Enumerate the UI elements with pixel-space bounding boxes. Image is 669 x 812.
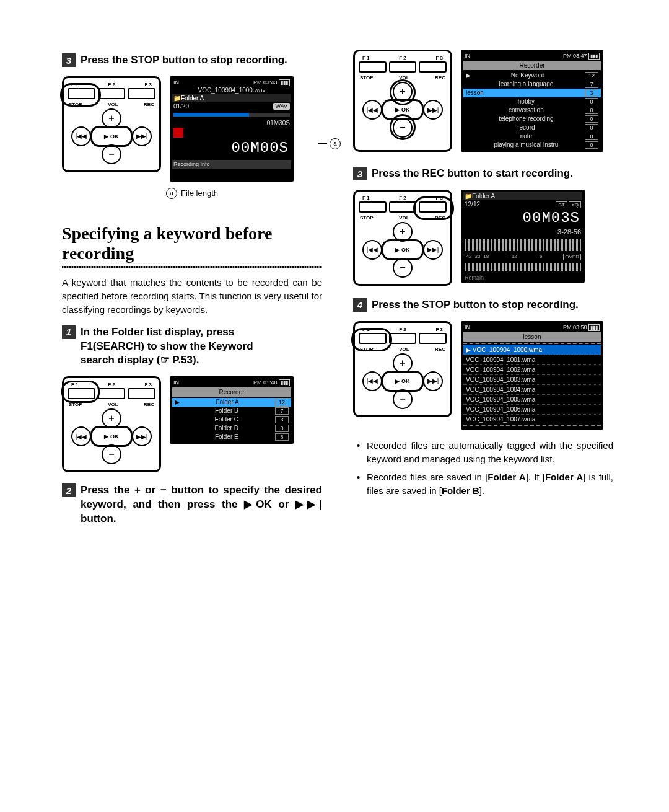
lcd-screen-folders: IN PM 01:48 ▮▮▮ Recorder ▶ Folder A12 Fo…	[170, 376, 294, 444]
device-diagram-dpad: F 1 F 2 F 3 STOP VOL REC + − |◀◀ ▶▶| ▶ O…	[353, 50, 452, 152]
lcd-screen-recording: IN PM 03:43 ▮▮▮ VOC_100904_1000.wav 📁Fol…	[170, 76, 294, 182]
device-diagram-f1: F 1 F 2 F 3 STOP VOL REC + − |◀◀ ▶▶| ▶ O…	[62, 376, 161, 472]
notes-list: Recorded files are automatically tagged …	[353, 439, 613, 498]
step-4-stop: 4 Press the STOP button to stop recordin…	[353, 298, 613, 312]
step-1: 1 In the Folder list display, press F1(S…	[62, 325, 322, 368]
device-diagram-stop: F 1 F 2 F 3 STOP VOL REC + − |◀◀ ▶▶| ▶ O…	[62, 76, 161, 172]
device-diagram-rec: F 1 F 2 F 3 STOP VOL REC + − |◀◀ ▶▶| ▶ O…	[353, 190, 452, 286]
lcd-screen-level: 📁Folder A 12/12 ST XQ 00M03S 3-28-56 -42…	[461, 190, 585, 283]
callout-a: a	[318, 138, 341, 149]
step-number: 3	[62, 53, 76, 67]
section-body: A keyword that matches the contents to b…	[62, 276, 322, 316]
lcd-screen-filelist: IN PM 03:58 ▮▮▮ lesson ▶ VOC_100904_1000…	[461, 321, 603, 430]
device-diagram-stop2: F 1 F 2 F 3 STOP VOL REC + − |◀◀ ▶▶| ▶ O…	[353, 321, 452, 417]
step-3-rec: 3 Press the REC button to start recordin…	[353, 167, 613, 181]
step-text: Press the STOP button to stop recording.	[81, 53, 287, 68]
section-heading: Specifying a keyword before recording	[62, 224, 322, 263]
note-item: Recorded files are automatically tagged …	[356, 439, 613, 466]
step-3-stop-top: 3 Press the STOP button to stop recordin…	[62, 53, 322, 68]
note-item: Recorded files are saved in [Folder A]. …	[356, 470, 613, 498]
ok-button: ▶ OK	[90, 126, 133, 147]
caption-file-length: aFile length	[62, 188, 322, 199]
lcd-screen-keywords: IN PM 03:47 ▮▮▮ Recorder ▶ No Keyword12 …	[461, 50, 603, 152]
step-2: 2 Press the + or − button to specify the…	[62, 483, 322, 526]
